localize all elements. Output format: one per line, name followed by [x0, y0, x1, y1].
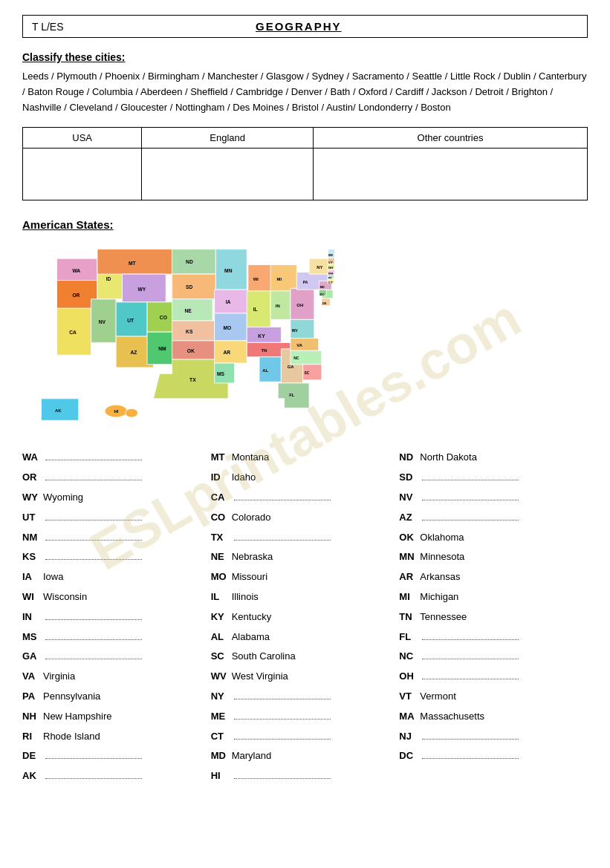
state-abbr: NM — [22, 530, 43, 546]
svg-text:CT: CT — [328, 281, 333, 284]
page-header: T L/ES GEOGRAPHY — [22, 15, 588, 38]
state-nh: NH New Hampshire — [22, 707, 211, 727]
svg-text:GA: GA — [288, 365, 295, 369]
dotted-line — [234, 739, 331, 740]
state-hi: HI — [211, 766, 400, 786]
state-wa: WA — [22, 448, 211, 468]
state-name: Iowa — [43, 570, 63, 585]
svg-text:OH: OH — [296, 303, 303, 307]
state-or: OR — [22, 468, 211, 488]
svg-text:TX: TX — [189, 378, 196, 383]
state-name: Oklahoma — [420, 530, 464, 546]
state-abbr: AZ — [399, 510, 420, 526]
svg-text:SD: SD — [186, 285, 192, 290]
state-abbr: HI — [211, 769, 232, 784]
state-abbr: SD — [399, 470, 420, 486]
state-sc: SC South Carolina — [211, 647, 400, 667]
state-abbr: KY — [211, 610, 232, 625]
state-abbr: WI — [22, 590, 43, 605]
svg-text:IA: IA — [226, 300, 231, 305]
state-abbr: NH — [22, 709, 43, 725]
dotted-line — [45, 540, 142, 541]
col-usa: USA — [23, 128, 142, 149]
state-mt: MT Montana — [211, 448, 400, 468]
svg-text:WV: WV — [292, 329, 299, 333]
svg-text:PA: PA — [303, 280, 308, 284]
state-name: Illinois — [232, 590, 259, 605]
state-nd: ND North Dakota — [399, 448, 588, 468]
svg-text:TN: TN — [262, 348, 267, 353]
state-ms: MS — [22, 627, 211, 647]
svg-text:AZ: AZ — [130, 350, 137, 356]
other-cell[interactable] — [314, 149, 588, 200]
svg-text:NM: NM — [158, 347, 166, 352]
state-fl: FL — [399, 627, 588, 647]
state-name: Minnesota — [420, 549, 464, 565]
state-pa: PA Pennsylvania — [22, 687, 211, 707]
state-il: IL Illinois — [211, 587, 400, 607]
state-vt: VT Vermont — [399, 687, 588, 707]
us-map: WA OR CA NV ID MT WY UT CO — [22, 240, 334, 433]
dotted-line — [45, 559, 142, 560]
state-abbr: RI — [22, 729, 43, 745]
dotted-line — [45, 758, 142, 759]
state-ct: CT — [211, 727, 400, 747]
svg-text:CA: CA — [69, 330, 77, 336]
state-al: AL Alabama — [211, 627, 400, 647]
state-tn: TN Tennessee — [399, 607, 588, 627]
svg-text:HI: HI — [114, 410, 119, 414]
state-abbr: NV — [399, 490, 420, 506]
state-ks: KS — [22, 547, 211, 567]
svg-marker-30 — [172, 341, 221, 359]
svg-text:VA: VA — [296, 344, 302, 348]
states-col1: WA OR WY Wyoming UT NM KS — [22, 448, 211, 786]
svg-marker-58 — [270, 265, 296, 291]
svg-text:CO: CO — [160, 316, 167, 321]
state-abbr: OR — [22, 470, 43, 486]
state-ut: UT — [22, 508, 211, 528]
state-abbr: VT — [399, 689, 420, 705]
svg-text:NH: NH — [328, 267, 333, 270]
state-me: ME — [211, 707, 400, 727]
state-name: Arkansas — [420, 570, 460, 585]
usa-cell[interactable] — [23, 149, 142, 200]
state-abbr: IA — [22, 570, 43, 585]
england-cell[interactable] — [142, 149, 314, 200]
state-ma: MA Massachusetts — [399, 707, 588, 727]
dotted-line — [422, 679, 519, 679]
state-abbr: AK — [22, 769, 43, 784]
state-ca: CA — [211, 488, 400, 508]
svg-text:MS: MS — [217, 371, 225, 376]
state-name: Pennsylvania — [43, 689, 100, 705]
state-abbr: MS — [22, 630, 43, 645]
svg-marker-40 — [215, 341, 247, 363]
state-abbr: AL — [211, 630, 232, 645]
state-abbr: VA — [22, 669, 43, 685]
state-nj: NJ — [399, 727, 588, 747]
svg-text:KY: KY — [258, 333, 265, 339]
dotted-line — [45, 480, 142, 480]
svg-text:FL: FL — [289, 394, 295, 398]
svg-text:OR: OR — [72, 293, 80, 298]
states-col2: MT Montana ID Idaho CA CO Colorado TX NE — [211, 448, 400, 786]
svg-marker-36 — [215, 290, 248, 313]
state-va: VA Virginia — [22, 667, 211, 687]
dotted-line — [45, 520, 142, 521]
state-in: IN — [22, 607, 211, 627]
state-name: Tennessee — [420, 610, 467, 625]
svg-marker-60 — [270, 291, 291, 320]
state-abbr: OK — [399, 530, 420, 546]
state-name: Colorado — [232, 510, 271, 526]
dotted-line — [45, 778, 142, 779]
state-ny: NY — [211, 687, 400, 707]
svg-text:VT: VT — [328, 261, 333, 264]
state-name: North Dakota — [420, 450, 477, 466]
state-abbr: DE — [22, 748, 43, 764]
state-abbr: MA — [399, 709, 420, 725]
state-sd: SD — [399, 468, 588, 488]
state-abbr: IN — [22, 610, 43, 625]
state-oh: OH — [399, 667, 588, 687]
state-name: Nebraska — [232, 549, 273, 565]
state-name: Missouri — [232, 570, 267, 585]
state-ia: IA Iowa — [22, 567, 211, 587]
